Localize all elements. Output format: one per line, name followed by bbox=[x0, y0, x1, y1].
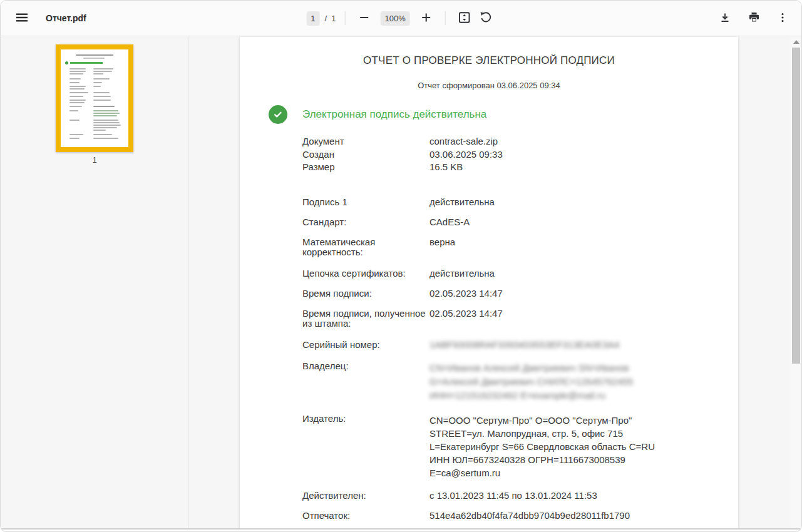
toolbar-divider bbox=[345, 11, 346, 25]
detail-row: Стандарт: CAdES-A bbox=[302, 217, 676, 227]
field-value: 16.5 KB bbox=[429, 161, 463, 174]
print-icon bbox=[748, 11, 760, 25]
minus-icon bbox=[359, 11, 369, 26]
field-value: 02.05.2023 14:47 bbox=[429, 289, 676, 299]
window-bottom-edge bbox=[1, 528, 801, 529]
field-label: Действителен: bbox=[302, 491, 429, 501]
field-value: верна bbox=[429, 237, 676, 257]
signature-details: Подпись 1 действительна Стандарт: CAdES-… bbox=[302, 197, 676, 521]
zoom-out-button[interactable] bbox=[354, 8, 374, 28]
detail-row: Серийный номер: 1ABF93008RAF339340355ЗEF… bbox=[302, 340, 676, 350]
vertical-scrollbar[interactable] bbox=[791, 36, 801, 529]
thumbnail-page-number: 1 bbox=[56, 155, 133, 165]
more-options-button[interactable] bbox=[773, 8, 793, 28]
signature-status-text: Электронная подпись действительна bbox=[302, 108, 486, 121]
pdf-viewer-window: Отчет.pdf 1 / 1 100% bbox=[0, 0, 802, 532]
signature-status-row: Электронная подпись действительна bbox=[269, 105, 738, 124]
field-value: действительна bbox=[429, 197, 676, 207]
thumbnail-selected-frame bbox=[56, 44, 133, 152]
field-value: contract-sale.zip bbox=[429, 135, 498, 148]
mini-status-line bbox=[70, 62, 103, 64]
field-value: 03.06.2025 09:33 bbox=[429, 148, 503, 161]
detail-row: Время подписи, полученное из штампа: 02.… bbox=[302, 309, 676, 329]
field-label: Создан bbox=[302, 148, 429, 161]
viewer-content: 1 ОТЧЕТ О ПРОВЕРКЕ ЭЛЕКТРОННОЙ ПОДПИСИ О… bbox=[1, 36, 801, 529]
file-info-row: Размер 16.5 KB bbox=[302, 161, 738, 174]
check-icon bbox=[269, 105, 287, 124]
field-value: 514e4a62db40f4fa74dbb9704b9ed28011fb1790 bbox=[429, 511, 676, 521]
field-label: Время подписи, полученное из штампа: bbox=[302, 309, 429, 329]
download-icon bbox=[719, 12, 731, 25]
fit-to-page-button[interactable] bbox=[455, 8, 475, 28]
pdf-page: ОТЧЕТ О ПРОВЕРКЕ ЭЛЕКТРОННОЙ ПОДПИСИ Отч… bbox=[240, 37, 738, 529]
detail-row: Владелец: CN=Иванов Алексей Дмитриевич S… bbox=[302, 361, 676, 402]
field-label: Отпечаток: bbox=[302, 511, 429, 521]
field-label: Серийный номер: bbox=[302, 340, 429, 350]
detail-row: Цепочка сертификатов: действительна bbox=[302, 269, 676, 279]
field-value: действительна bbox=[429, 269, 676, 279]
field-label: Владелец: bbox=[302, 361, 429, 402]
scroll-up-button[interactable] bbox=[791, 36, 801, 46]
rotate-button[interactable] bbox=[476, 8, 496, 28]
field-label: Издатель: bbox=[302, 414, 429, 479]
detail-row: Отпечаток: 514e4a62db40f4fa74dbb9704b9ed… bbox=[302, 511, 676, 521]
zoom-level[interactable]: 100% bbox=[381, 11, 410, 26]
document-title: Отчет.pdf bbox=[46, 13, 86, 23]
report-generated-date: Отчет сформирован 03.06.2025 09:34 bbox=[240, 81, 738, 90]
field-value: CN=ООО "Сертум-Про" O=ООО "Сертум-Про" S… bbox=[429, 414, 676, 479]
field-value-redacted: CN=Иванов Алексей Дмитриевич SN=Иванов G… bbox=[429, 361, 676, 402]
fit-page-icon bbox=[458, 11, 471, 26]
download-button[interactable] bbox=[715, 8, 735, 28]
kebab-menu-icon bbox=[777, 12, 788, 25]
print-button[interactable] bbox=[744, 8, 764, 28]
field-value: с 13.01.2023 11:45 по 13.01.2024 11:53 bbox=[429, 491, 676, 501]
rotate-ccw-icon bbox=[480, 11, 492, 26]
file-info-block: Документ contract-sale.zip Создан 03.06.… bbox=[302, 135, 738, 174]
file-info-row: Создан 03.06.2025 09:33 bbox=[302, 148, 738, 161]
plus-icon bbox=[421, 11, 431, 26]
mini-check-icon bbox=[65, 61, 68, 64]
toolbar-divider bbox=[445, 11, 446, 25]
field-value-redacted: 1ABF93008RAF339340355ЗEF313EA0EЗA4 bbox=[429, 340, 676, 350]
scroll-up-arrow-icon bbox=[793, 40, 799, 44]
field-label: Математическая корректность: bbox=[302, 237, 429, 257]
field-label: Документ bbox=[302, 135, 429, 148]
field-value: CAdES-A bbox=[429, 217, 676, 227]
page-thumbnail[interactable]: 1 bbox=[56, 44, 133, 165]
hamburger-icon bbox=[16, 11, 28, 26]
thumbnail-sidebar: 1 bbox=[1, 36, 188, 529]
page-total: 1 bbox=[331, 14, 336, 23]
menu-button[interactable] bbox=[12, 8, 32, 28]
field-label: Цепочка сертификатов: bbox=[302, 269, 429, 279]
scrollbar-thumb[interactable] bbox=[792, 48, 800, 364]
report-title: ОТЧЕТ О ПРОВЕРКЕ ЭЛЕКТРОННОЙ ПОДПИСИ bbox=[240, 37, 738, 67]
detail-row: Подпись 1 действительна bbox=[302, 197, 676, 207]
detail-row: Время подписи: 02.05.2023 14:47 bbox=[302, 289, 676, 299]
field-label: Размер bbox=[302, 161, 429, 174]
zoom-in-button[interactable] bbox=[416, 8, 436, 28]
detail-row: Действителен: с 13.01.2023 11:45 по 13.0… bbox=[302, 491, 676, 501]
field-value: 02.05.2023 14:47 bbox=[429, 309, 676, 329]
field-label: Стандарт: bbox=[302, 217, 429, 227]
page-view-area: ОТЧЕТ О ПРОВЕРКЕ ЭЛЕКТРОННОЙ ПОДПИСИ Отч… bbox=[188, 36, 801, 529]
file-info-row: Документ contract-sale.zip bbox=[302, 135, 738, 148]
toolbar: Отчет.pdf 1 / 1 100% bbox=[1, 1, 801, 36]
field-label: Время подписи: bbox=[302, 289, 429, 299]
field-label: Подпись 1 bbox=[302, 197, 429, 207]
page-number-input[interactable]: 1 bbox=[306, 11, 319, 26]
page-separator: / bbox=[324, 14, 327, 23]
detail-row: Издатель: CN=ООО "Сертум-Про" O=ООО "Сер… bbox=[302, 414, 676, 479]
detail-row: Математическая корректность: верна bbox=[302, 237, 676, 257]
